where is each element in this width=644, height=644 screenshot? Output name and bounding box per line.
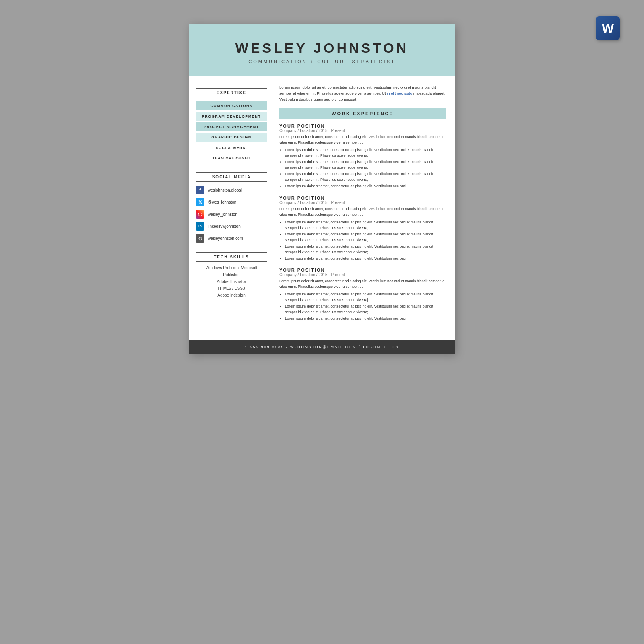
tech-skills-section: TECH SKILLS Windows Proficient Microsoft… (196, 252, 267, 297)
job-meta-2: Company / Location / 2015 - Present (279, 272, 446, 277)
linkedin-icon: in (196, 222, 204, 231)
resume-body: EXPERTISE COMMUNICATIONS PROGRAM DEVELOP… (189, 76, 455, 336)
instagram-icon: ◯ (196, 210, 204, 219)
social-instagram: ◯ wesley_johnston (196, 210, 267, 219)
job-meta-1: Company / Location / 2015 - Present (279, 200, 446, 205)
tech-skill-2: Adobe Illustrator (196, 279, 267, 284)
tech-skill-0: Windows Proficient Microsoft (196, 266, 267, 270)
bullet-0-0: Lorem ipsum dolor sit amet, consectetur … (285, 147, 446, 159)
resume-header: WESLEY JOHNSTON COMMUNICATION + CULTURE … (189, 24, 455, 76)
bullet-0-3: Lorem ipsum dolor sit amet, consectetur … (285, 184, 446, 189)
skill-graphic-design: GRAPHIC DESIGN (196, 133, 267, 142)
resume-title: COMMUNICATION + CULTURE STRATEGIST (201, 59, 443, 64)
job-title-2: YOUR POSITION (279, 268, 446, 272)
social-linkedin: in linkedin/wjohnston (196, 222, 267, 231)
linkedin-handle: linkedin/wjohnston (208, 224, 241, 229)
tech-skill-1: Publisher (196, 272, 267, 277)
skill-communications: COMMUNICATIONS (196, 101, 267, 110)
tech-skill-3: HTML5 / CSS3 (196, 286, 267, 291)
tech-skill-4: Adobe Indesign (196, 293, 267, 297)
bullet-1-2: Lorem ipsum dolor sit amet, consectetur … (285, 244, 446, 255)
twitter-handle: @wes_johnston (208, 200, 236, 204)
skill-social-media: SOCIAL MEDIA (196, 143, 267, 152)
social-media-title: SOCIAL MEDIA (196, 172, 267, 182)
skill-project-management: PROJECT MANAGEMENT (196, 122, 267, 131)
job-meta-0: Company / Location / 2015 - Present (279, 128, 446, 133)
bullet-2-2: Lorem ipsum dolor sit amet, consectetur … (285, 316, 446, 322)
word-icon-letter: W (602, 21, 614, 36)
job-bullets-0: Lorem ipsum dolor sit amet, consectetur … (279, 147, 446, 189)
social-media-section: SOCIAL MEDIA f wesjohnston.global 𝕏 @wes… (196, 172, 267, 243)
job-bullets-1: Lorem ipsum dolor sit amet, consectetur … (279, 220, 446, 262)
resume-name: WESLEY JOHNSTON (201, 40, 443, 56)
resume-footer: 1.555.909.8235 / WJOHNSTON@EMAIL.COM / T… (189, 340, 455, 354)
social-website: ◴ wesleyohnston.com (196, 234, 267, 243)
job-title-1: YOUR POSITION (279, 196, 446, 200)
job-title-0: YOUR POSITION (279, 124, 446, 128)
job-entry-2: YOUR POSITION Company / Location / 2015 … (279, 268, 446, 322)
work-experience-header: WORK EXPERIENCE (279, 108, 446, 119)
job-bullets-2: Lorem ipsum dolor sit amet, consectetur … (279, 292, 446, 322)
instagram-handle: wesley_johnston (208, 212, 237, 217)
resume-paper: WESLEY JOHNSTON COMMUNICATION + CULTURE … (189, 24, 455, 354)
bullet-1-3: Lorem ipsum dolor sit amet, consectetur … (285, 256, 446, 262)
social-twitter: 𝕏 @wes_johnston (196, 198, 267, 206)
skill-team-oversight: TEAM OVERSIGHT (196, 154, 267, 163)
skill-program-development: PROGRAM DEVELOPMENT (196, 112, 267, 121)
expertise-title: EXPERTISE (196, 88, 267, 97)
website-icon: ◴ (196, 234, 204, 243)
facebook-handle: wesjohnston.global (208, 188, 242, 192)
job-entry-1: YOUR POSITION Company / Location / 2015 … (279, 196, 446, 261)
website-handle: wesleyohnston.com (208, 236, 243, 241)
job-entry-0: YOUR POSITION Company / Location / 2015 … (279, 124, 446, 189)
social-facebook: f wesjohnston.global (196, 186, 267, 194)
job-desc-0: Lorem ipsum dolor sit amet, consectetur … (279, 134, 446, 146)
sidebar: EXPERTISE COMMUNICATIONS PROGRAM DEVELOP… (189, 84, 274, 336)
job-desc-2: Lorem ipsum dolor sit amet, consectetur … (279, 279, 446, 290)
tech-skills-title: TECH SKILLS (196, 252, 267, 262)
facebook-icon: f (196, 186, 204, 194)
twitter-icon: 𝕏 (196, 198, 204, 206)
job-desc-1: Lorem ipsum dolor sit amet, consectetur … (279, 206, 446, 218)
main-content: Lorem ipsum dolor sit amet, consectetur … (274, 84, 455, 336)
bullet-2-1: Lorem ipsum dolor sit amet, consectetur … (285, 304, 446, 315)
expertise-section: EXPERTISE COMMUNICATIONS PROGRAM DEVELOP… (196, 88, 267, 163)
bullet-0-2: Lorem ipsum dolor sit amet, consectetur … (285, 171, 446, 183)
bullet-0-1: Lorem ipsum dolor sit amet, consectetur … (285, 159, 446, 171)
bullet-1-0: Lorem ipsum dolor sit amet, consectetur … (285, 220, 446, 231)
bullet-2-0: Lorem ipsum dolor sit amet, consectetur … (285, 292, 446, 303)
bullet-1-1: Lorem ipsum dolor sit amet, consectetur … (285, 232, 446, 243)
intro-paragraph: Lorem ipsum dolor sit amet, consectetur … (279, 84, 446, 103)
word-icon: W (596, 16, 620, 40)
